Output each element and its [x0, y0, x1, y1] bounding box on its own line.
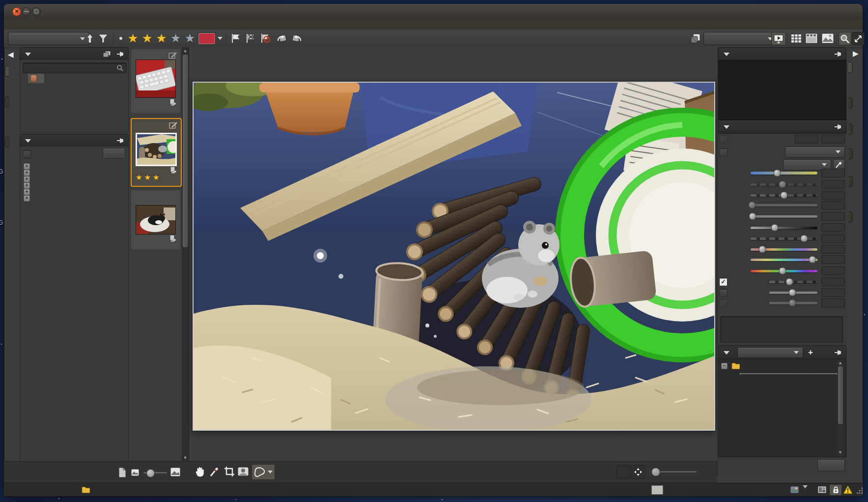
edit-image-icon[interactable] — [168, 52, 177, 59]
histogram-panel-header[interactable] — [718, 47, 846, 61]
raw-noise-value[interactable] — [821, 298, 845, 307]
tab-file-system[interactable] — [5, 96, 9, 107]
exposure-value[interactable] — [821, 191, 845, 200]
tab-tone[interactable] — [848, 124, 853, 135]
proof-image-icon[interactable] — [790, 486, 799, 494]
thumbnail-image-1[interactable] — [136, 59, 176, 98]
layers-icon[interactable] — [689, 31, 702, 45]
hue-slider-handle[interactable] — [779, 267, 786, 275]
blacks-slider-handle[interactable] — [771, 224, 778, 232]
tab-plugins[interactable] — [848, 211, 853, 222]
temp-slider-handle[interactable] — [774, 170, 781, 177]
thumbnail-image-2[interactable] — [136, 133, 177, 166]
undo-icon[interactable] — [275, 31, 289, 45]
tree-item-flag[interactable]: + — [24, 195, 34, 202]
collapse-left-panel-icon[interactable]: ◀ — [8, 50, 14, 59]
scroll-up-icon[interactable]: ▲ — [182, 48, 189, 53]
keywords-input[interactable] — [720, 316, 843, 343]
pan-tool-icon[interactable] — [194, 464, 206, 479]
window-minimize-button[interactable]: — — [22, 7, 31, 16]
noise-ninja-checkbox[interactable] — [719, 289, 728, 297]
rating-star-5[interactable]: ★ — [183, 31, 197, 45]
sharpening-slider-handle[interactable] — [786, 278, 793, 286]
scrollbar-thumb[interactable] — [838, 366, 843, 425]
temp-slider[interactable] — [751, 172, 817, 175]
small-thumbnail-size-icon[interactable] — [130, 467, 140, 478]
color-label-dropdown[interactable] — [216, 31, 224, 45]
scroll-down-icon[interactable]: ▼ — [182, 455, 189, 460]
grid-view-icon[interactable] — [789, 31, 803, 45]
tree-item-keywords[interactable]: + — [24, 182, 34, 189]
collapse-icon[interactable] — [724, 351, 729, 354]
thumbnail-cell-3[interactable] — [131, 190, 181, 250]
presets-scrollbar[interactable]: ▲ ▼ — [837, 360, 843, 455]
layer-mask-tool-button[interactable] — [252, 464, 275, 480]
tree-item-photo-info[interactable]: + — [24, 170, 34, 176]
scrollbar-thumb[interactable] — [182, 54, 189, 248]
edit-image-icon[interactable] — [169, 121, 178, 129]
rating-star-2[interactable]: ★ — [140, 31, 154, 45]
slideshow-button[interactable] — [771, 32, 786, 45]
menu-file[interactable] — [8, 23, 18, 26]
redo-icon[interactable] — [290, 31, 304, 45]
adjustments-panel-header[interactable] — [718, 120, 846, 134]
sort-field-select[interactable] — [8, 32, 89, 45]
tree-item-rating[interactable]: + — [24, 189, 34, 195]
window-maximize-button[interactable]: ▢ — [32, 7, 41, 16]
autolevel-low-value[interactable] — [795, 135, 818, 144]
tab-standard[interactable] — [848, 62, 853, 73]
tab-metadata[interactable] — [848, 176, 853, 187]
saturation-slider-handle[interactable] — [759, 246, 766, 253]
catalogs-panel-header[interactable] — [20, 47, 129, 61]
pin-icon[interactable] — [116, 137, 124, 144]
straighten-slider[interactable] — [751, 183, 817, 186]
filmstrip-scrollbar[interactable]: ▲ ▼ — [182, 47, 189, 461]
perfectly-clear-checkbox[interactable] — [719, 148, 728, 156]
file-copy-icon[interactable] — [169, 166, 177, 174]
pin-icon[interactable] — [116, 51, 124, 58]
highlights-slider[interactable] — [751, 204, 817, 207]
sharpening-checkbox[interactable]: ✓ — [719, 278, 728, 286]
noise-ninja-slider-handle[interactable] — [789, 289, 796, 296]
highlights-value[interactable] — [821, 201, 845, 209]
rating-star-1[interactable]: ★ — [126, 31, 140, 45]
redeye-tool-icon[interactable] — [237, 464, 250, 479]
magnifier-icon[interactable] — [839, 32, 851, 45]
hue-slider[interactable] — [751, 270, 817, 272]
sharpening-value[interactable] — [821, 277, 845, 286]
color-label-swatch[interactable] — [198, 33, 215, 44]
flag-pick-icon[interactable] — [229, 31, 243, 45]
tab-detail[interactable] — [848, 148, 853, 159]
menu-view[interactable] — [32, 23, 42, 26]
blacks-value[interactable] — [821, 223, 845, 232]
hue-value[interactable] — [821, 266, 845, 275]
large-thumbnail-size-icon[interactable] — [169, 466, 182, 478]
scroll-up-icon[interactable]: ▲ — [837, 360, 843, 365]
vibrance-slider-handle[interactable] — [809, 256, 816, 264]
layer-select[interactable] — [703, 32, 777, 45]
collapse-right-panel-icon[interactable]: ▶ — [853, 49, 859, 58]
autolevel-checkbox[interactable] — [719, 135, 728, 144]
menu-help[interactable] — [44, 23, 54, 26]
menu-edit[interactable] — [20, 23, 29, 26]
raw-noise-slider[interactable] — [769, 302, 817, 304]
collapse-icon[interactable] — [25, 139, 31, 143]
noise-ninja-slider[interactable] — [769, 292, 817, 294]
collapse-folder-icon[interactable]: − — [721, 363, 728, 369]
page-icon[interactable] — [118, 467, 127, 478]
raw-noise-checkbox[interactable] — [719, 299, 728, 307]
search-input[interactable] — [23, 62, 127, 73]
metadata-panel-header[interactable] — [20, 134, 129, 148]
scroll-down-icon[interactable]: ▼ — [837, 450, 843, 455]
zoom-100-button[interactable] — [616, 465, 630, 479]
fullscreen-icon[interactable] — [852, 32, 865, 45]
contrast-slider-handle[interactable] — [800, 235, 808, 242]
filter-icon[interactable] — [97, 31, 109, 45]
fill-light-slider[interactable] — [751, 215, 817, 218]
dual-display-icon[interactable] — [817, 486, 827, 494]
viewer-zoom-slider-handle[interactable] — [651, 468, 660, 476]
eyedropper-tool-icon[interactable] — [208, 464, 221, 479]
pin-icon[interactable] — [834, 123, 842, 130]
preset-select[interactable] — [737, 347, 803, 358]
collapse-icon[interactable] — [724, 53, 729, 56]
